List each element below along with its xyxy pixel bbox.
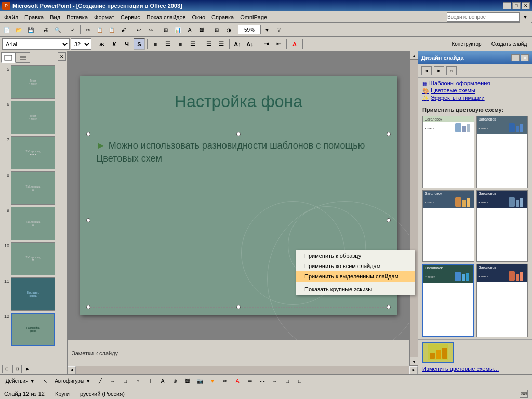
grayscale-button[interactable]: ◑ bbox=[223, 24, 234, 35]
picture-tool[interactable]: 📷 bbox=[194, 376, 206, 387]
zoom-input[interactable] bbox=[238, 25, 261, 34]
color-scheme-1[interactable]: Заголовок • текст bbox=[422, 116, 474, 188]
panel-close-button[interactable]: ✕ bbox=[58, 52, 66, 61]
diagram-tool[interactable]: ⊕ bbox=[169, 376, 181, 387]
list-button[interactable]: ☰ bbox=[203, 38, 215, 50]
print-button[interactable]: 🖨 bbox=[40, 24, 51, 35]
outline-tab[interactable] bbox=[16, 52, 30, 63]
slideshow-button[interactable]: ▶ bbox=[23, 365, 32, 373]
ctx-show-large[interactable]: Показать крупные эскизы bbox=[296, 284, 415, 295]
clipart-tool[interactable]: 🖼 bbox=[182, 376, 193, 387]
h-scroll-track[interactable] bbox=[76, 366, 409, 374]
menu-window[interactable]: Окно bbox=[189, 13, 209, 21]
new-button[interactable]: 📄 bbox=[1, 24, 12, 35]
shadow-tool[interactable]: □ bbox=[282, 376, 293, 387]
num-list-button[interactable]: ☰ bbox=[216, 38, 227, 50]
ctx-apply-all[interactable]: Применить ко всем слайдам bbox=[296, 261, 415, 271]
design-home-button[interactable]: ⌂ bbox=[446, 66, 457, 75]
scroll-left-button[interactable]: ◄ bbox=[68, 366, 76, 375]
handle-bl[interactable] bbox=[86, 305, 90, 309]
copy-button[interactable]: 📋 bbox=[94, 24, 105, 35]
color-scheme-3[interactable]: Заголовок • текст bbox=[422, 190, 474, 262]
close-button[interactable]: ✕ bbox=[522, 2, 530, 9]
oval-tool[interactable]: ○ bbox=[132, 376, 143, 387]
fill-color-tool[interactable]: ▼ bbox=[207, 376, 218, 387]
handle-tl[interactable] bbox=[86, 132, 90, 136]
change-schemes-link[interactable]: Изменить цветовые схемы… bbox=[418, 365, 532, 374]
align-right-button[interactable]: ≡ bbox=[175, 38, 186, 50]
insert-chart[interactable]: 📊 bbox=[172, 24, 183, 35]
arrow-tool[interactable]: → bbox=[107, 376, 118, 387]
wordart-tool[interactable]: A bbox=[157, 376, 168, 387]
ctx-apply-selected[interactable]: Применить к выделенным слайдам bbox=[296, 271, 415, 282]
menu-insert[interactable]: Вставка bbox=[63, 13, 91, 21]
menu-tools[interactable]: Сервис bbox=[117, 13, 143, 21]
align-left-button[interactable]: ≡ bbox=[150, 38, 161, 50]
slide-thumb-5[interactable]: 5 Текст• текст bbox=[2, 65, 65, 99]
line-color-tool[interactable]: ✏ bbox=[219, 376, 231, 387]
slide-thumb-10[interactable]: 10 Таб.профиц🖼 bbox=[2, 242, 65, 275]
justify-button[interactable]: ☰ bbox=[187, 38, 198, 50]
font-selector[interactable]: Arial bbox=[2, 38, 70, 50]
maximize-button[interactable]: □ bbox=[512, 2, 521, 9]
search-button[interactable]: ▼ bbox=[520, 11, 531, 23]
normal-view-button[interactable]: ⊞ bbox=[2, 365, 11, 373]
textbox-tool[interactable]: T bbox=[144, 376, 156, 387]
color-scheme-2[interactable]: Заголовок • текст bbox=[476, 116, 528, 188]
select-button[interactable]: ↖ bbox=[39, 376, 51, 387]
increase-font-button[interactable]: A↑ bbox=[232, 38, 243, 50]
underline-button[interactable]: Ч bbox=[121, 38, 132, 50]
handle-mr[interactable] bbox=[387, 218, 391, 222]
line-style-tool[interactable]: ═ bbox=[244, 376, 256, 387]
color-scheme-4[interactable]: Заголовок • текст bbox=[476, 190, 528, 262]
autoshapes-button[interactable]: Автофигуры ▼ bbox=[52, 376, 94, 387]
handle-tc[interactable] bbox=[236, 132, 241, 136]
cut-button[interactable]: ✂ bbox=[82, 24, 94, 35]
search-input[interactable] bbox=[447, 12, 520, 22]
open-button[interactable]: 📂 bbox=[13, 24, 24, 35]
design-panel-minimize[interactable]: ─ bbox=[511, 54, 520, 61]
scroll-up-button[interactable]: ▲ bbox=[410, 51, 418, 60]
expand-button[interactable]: ⊞ bbox=[211, 24, 222, 35]
slide-thumb-11[interactable]: 11 Наст.цвет.схема bbox=[2, 277, 65, 311]
insert-wordart[interactable]: A bbox=[184, 24, 195, 35]
minimize-button[interactable]: ─ bbox=[503, 2, 511, 9]
zoom-dropdown[interactable]: ▼ bbox=[261, 24, 273, 35]
help-button[interactable]: ? bbox=[273, 24, 285, 35]
font-color-tool2[interactable]: A bbox=[232, 376, 243, 387]
decrease-font-button[interactable]: A↓ bbox=[244, 38, 256, 50]
templates-link[interactable]: ▦ Шаблоны оформления bbox=[422, 80, 528, 86]
handle-ml[interactable] bbox=[86, 218, 90, 222]
scroll-right-button[interactable]: ► bbox=[409, 366, 418, 375]
scroll-down-button[interactable]: ▼ bbox=[410, 357, 418, 366]
insert-picture[interactable]: 🖼 bbox=[196, 24, 207, 35]
menu-format[interactable]: Формат bbox=[91, 13, 117, 21]
color-schemes-link[interactable]: 🎨 Цветовые схемы bbox=[422, 87, 528, 94]
rectangle-tool[interactable]: □ bbox=[119, 376, 131, 387]
ctx-apply-master[interactable]: Применить к образцу bbox=[296, 250, 415, 261]
color-scheme-6[interactable]: Заголовок • текст bbox=[476, 264, 528, 337]
design-forward-button[interactable]: ► bbox=[434, 66, 444, 75]
handle-br[interactable] bbox=[387, 305, 391, 309]
color-scheme-5[interactable]: Заголовок • текст bbox=[422, 264, 474, 337]
line-tool[interactable]: ╱ bbox=[95, 376, 106, 387]
menu-edit[interactable]: Правка bbox=[21, 13, 47, 21]
paste-button[interactable]: 📋 bbox=[106, 24, 117, 35]
slide-thumb-6[interactable]: 6 Текст• текст bbox=[2, 101, 65, 134]
spell-button[interactable]: ✓ bbox=[67, 24, 78, 35]
menu-file[interactable]: Файл bbox=[1, 13, 21, 21]
slide-thumb-7[interactable]: 7 Таб.профиц■ ■ ■ bbox=[2, 136, 65, 169]
menu-view[interactable]: Вид bbox=[47, 13, 63, 21]
3d-tool[interactable]: □ bbox=[294, 376, 305, 387]
format-painter[interactable]: 🖌 bbox=[118, 24, 129, 35]
menu-help[interactable]: Справка bbox=[208, 13, 237, 21]
font-size-selector[interactable]: 32 bbox=[71, 38, 91, 50]
indent-decrease-button[interactable]: ⇤ bbox=[273, 38, 284, 50]
redo-button[interactable]: ↪ bbox=[145, 24, 156, 35]
slide-sorter-button[interactable]: ⊟ bbox=[12, 365, 22, 373]
menu-omnipage[interactable]: OmniPage bbox=[237, 13, 270, 21]
undo-button[interactable]: ↩ bbox=[133, 24, 144, 35]
slide-thumb-12[interactable]: 12 Настройкафона bbox=[2, 313, 65, 346]
design-back-button[interactable]: ◄ bbox=[421, 66, 432, 75]
slides-tab[interactable] bbox=[1, 52, 16, 63]
